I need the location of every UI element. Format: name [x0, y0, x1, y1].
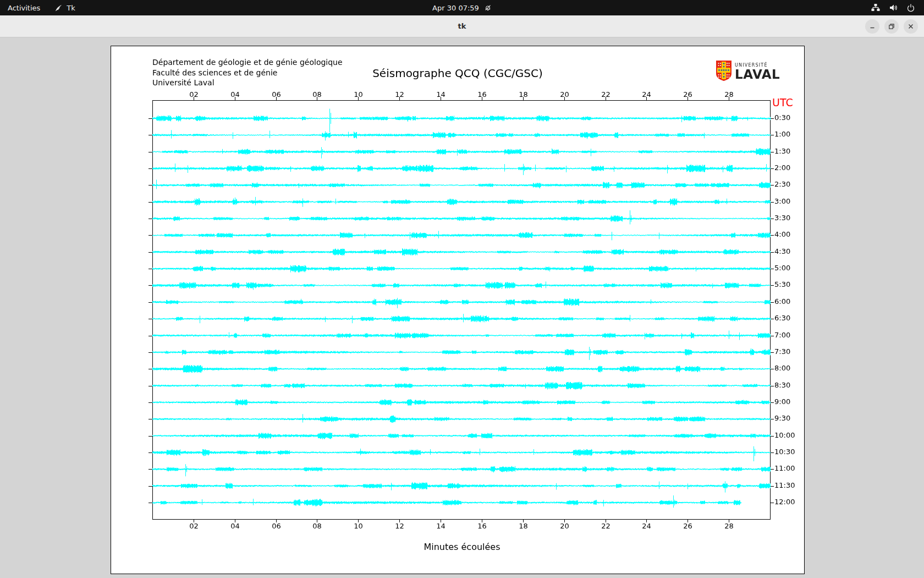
utc-time-label: 6:30: [774, 314, 790, 322]
utc-time-label: 4:30: [774, 247, 790, 255]
desktop-screen: Activities Tk Apr 30 07:59: [0, 0, 924, 578]
x-tick-label-top: 20: [557, 90, 573, 99]
x-tick-label-top: 04: [228, 90, 243, 99]
x-tick-label-top: 28: [722, 90, 737, 99]
top-bar-left: Activities Tk: [0, 0, 82, 15]
utc-time-label: 12:00: [774, 498, 795, 506]
window-titlebar[interactable]: tk: [0, 15, 924, 37]
clock-button[interactable]: Apr 30 07:59: [432, 0, 492, 15]
x-tick-label-bottom: 02: [186, 522, 202, 530]
utc-time-label: 2:30: [774, 180, 790, 188]
x-tick-label-bottom: 14: [433, 522, 449, 530]
utc-time-label: 9:30: [774, 414, 790, 422]
x-tick-label-bottom: 22: [598, 522, 614, 530]
minimize-button[interactable]: [865, 19, 879, 34]
x-tick-label-bottom: 06: [269, 522, 284, 530]
utc-time-label: 11:00: [774, 464, 795, 472]
utc-time-label: 8:30: [774, 381, 790, 389]
x-tick-label-bottom: 26: [680, 522, 696, 530]
network-wired-icon: [871, 3, 880, 12]
logo-laval: LAVAL: [735, 68, 780, 81]
utc-time-label: 1:00: [774, 130, 790, 138]
utc-time-label: 5:30: [774, 280, 790, 288]
utc-time-label: 2:00: [774, 163, 790, 172]
x-tick-label-bottom: 18: [516, 522, 531, 530]
restore-icon: [888, 23, 895, 30]
utc-time-label: 3:30: [774, 214, 790, 222]
x-tick-label-top: 18: [516, 90, 531, 99]
top-bar: Activities Tk Apr 30 07:59: [0, 0, 924, 15]
close-icon: [907, 23, 915, 30]
utc-time-label: 10:00: [774, 431, 795, 439]
utc-time-label: 6:00: [774, 297, 790, 306]
activities-button[interactable]: Activities: [0, 0, 48, 15]
institution-line1: Département de géologie et de génie géol…: [152, 57, 343, 68]
x-tick-label-bottom: 24: [639, 522, 654, 530]
logo-text: UNIVERSITÉ LAVAL: [735, 63, 780, 81]
x-tick-label-top: 22: [598, 90, 614, 99]
x-tick-label-top: 26: [680, 90, 696, 99]
clock-label: Apr 30 07:59: [432, 4, 479, 12]
x-tick-label-bottom: 16: [475, 522, 490, 530]
utc-axis-label: UTC: [772, 96, 793, 108]
x-tick-label-top: 10: [351, 90, 366, 99]
utc-time-label: 3:00: [774, 197, 790, 205]
utc-time-label: 10:30: [774, 448, 795, 456]
seismogram-canvas: [111, 46, 804, 574]
universite-laval-logo: UNIVERSITÉ LAVAL: [716, 61, 780, 83]
utc-time-label: 9:00: [774, 397, 790, 406]
window-title: tk: [458, 22, 466, 30]
window-controls: [865, 19, 918, 34]
x-tick-label-bottom: 12: [392, 522, 408, 530]
utc-time-label: 0:30: [774, 113, 790, 122]
tk-feather-icon: [54, 4, 63, 12]
utc-time-label: 7:00: [774, 331, 790, 339]
utc-time-label: 11:30: [774, 481, 795, 489]
tk-taskbar-item[interactable]: Tk: [48, 0, 81, 15]
x-tick-label-top: 12: [392, 90, 408, 99]
x-tick-label-bottom: 08: [310, 522, 325, 530]
x-tick-label-bottom: 04: [228, 522, 243, 530]
x-tick-label-bottom: 28: [722, 522, 737, 530]
maximize-button[interactable]: [884, 19, 899, 34]
x-tick-label-top: 02: [186, 90, 202, 99]
utc-time-label: 5:00: [774, 264, 790, 272]
volume-icon: [889, 3, 898, 12]
plot-area: Département de géologie et de génie géol…: [111, 46, 804, 574]
x-tick-label-bottom: 20: [557, 522, 573, 530]
x-tick-label-top: 16: [475, 90, 490, 99]
seismograph-panel: Département de géologie et de génie géol…: [111, 46, 805, 574]
x-axis-title: Minutes écoulées: [111, 542, 813, 552]
tk-taskbar-label: Tk: [67, 4, 75, 12]
x-tick-label-top: 08: [310, 90, 325, 99]
minimize-icon: [868, 23, 876, 30]
x-tick-label-top: 14: [433, 90, 449, 99]
system-menu[interactable]: [868, 0, 919, 15]
utc-time-label: 4:00: [774, 230, 790, 238]
x-tick-label-top: 06: [269, 90, 284, 99]
chart-title: Séismographe QCQ (CGC/GSC): [111, 67, 804, 80]
utc-time-label: 7:30: [774, 347, 790, 356]
power-icon: [906, 3, 915, 12]
utc-time-label: 1:30: [774, 147, 790, 155]
utc-time-label: 8:00: [774, 364, 790, 372]
close-button[interactable]: [904, 19, 918, 34]
laval-shield-icon: [716, 61, 732, 83]
notifications-muted-icon: [484, 4, 492, 12]
x-tick-label-bottom: 10: [351, 522, 366, 530]
x-tick-label-top: 24: [639, 90, 654, 99]
